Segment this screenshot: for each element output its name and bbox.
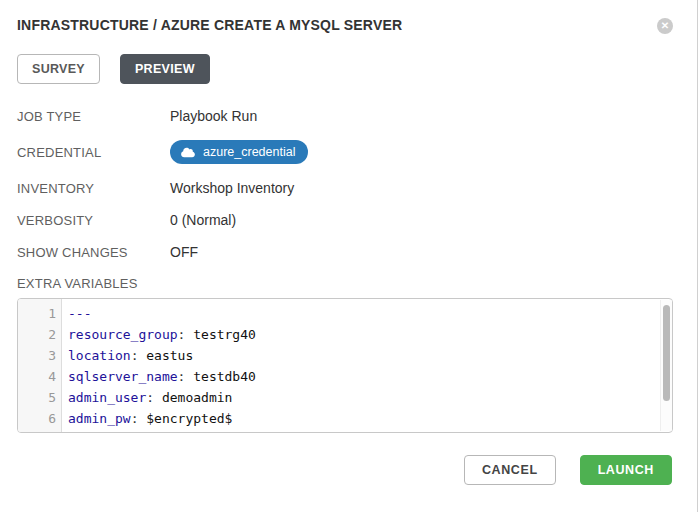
line-number: 4	[18, 366, 56, 387]
code-line: admin_pw: $encrypted$	[68, 408, 672, 429]
extra-variables-editor[interactable]: 1234567 ---resource_group: testrg40locat…	[17, 298, 673, 433]
tab-bar: SURVEYPREVIEW	[17, 54, 697, 84]
field-label-show-changes: SHOW CHANGES	[17, 245, 170, 260]
field-row-job-type: JOB TYPEPlaybook Run	[17, 108, 697, 124]
fields: JOB TYPEPlaybook RunCREDENTIALazure_cred…	[17, 108, 697, 260]
code-line: resource_group: testrg40	[68, 324, 672, 345]
field-value-show-changes: OFF	[170, 244, 198, 260]
code-line: sqlserver_name: testdb40	[68, 366, 672, 387]
line-number: 5	[18, 387, 56, 408]
cloud-icon	[181, 147, 195, 158]
extra-variables-label: EXTRA VARIABLES	[17, 276, 697, 291]
credential-badge[interactable]: azure_credential	[170, 140, 308, 164]
field-value-verbosity: 0 (Normal)	[170, 212, 236, 228]
launch-button[interactable]: LAUNCH	[580, 455, 672, 485]
field-value-inventory: Workshop Inventory	[170, 180, 294, 196]
code-line: admin_user: demoadmin	[68, 387, 672, 408]
editor-scrollbar-track[interactable]	[660, 300, 672, 431]
line-number: 7	[18, 429, 56, 433]
line-number: 2	[18, 324, 56, 345]
close-icon[interactable]: ✕	[657, 18, 673, 34]
modal-header: INFRASTRUCTURE / AZURE CREATE A MYSQL SE…	[17, 17, 697, 33]
tab-preview[interactable]: PREVIEW	[120, 54, 210, 84]
editor-line-number-gutter: 1234567	[18, 299, 62, 432]
tab-survey[interactable]: SURVEY	[17, 54, 100, 84]
field-row-show-changes: SHOW CHANGESOFF	[17, 244, 697, 260]
credential-badge-label: azure_credential	[203, 145, 295, 159]
line-number: 1	[18, 303, 56, 324]
field-row-inventory: INVENTORYWorkshop Inventory	[17, 180, 697, 196]
code-line	[68, 429, 672, 432]
page-title: INFRASTRUCTURE / AZURE CREATE A MYSQL SE…	[17, 17, 697, 33]
cancel-button[interactable]: CANCEL	[464, 455, 556, 485]
field-row-verbosity: VERBOSITY0 (Normal)	[17, 212, 697, 228]
line-number: 6	[18, 408, 56, 429]
field-row-credential: CREDENTIALazure_credential	[17, 140, 697, 164]
field-label-verbosity: VERBOSITY	[17, 213, 170, 228]
field-label-job-type: JOB TYPE	[17, 109, 170, 124]
action-buttons: CANCEL LAUNCH	[0, 455, 672, 485]
field-label-credential: CREDENTIAL	[17, 145, 170, 160]
code-line: location: eastus	[68, 345, 672, 366]
editor-code-area[interactable]: ---resource_group: testrg40location: eas…	[62, 299, 672, 432]
field-value-job-type: Playbook Run	[170, 108, 257, 124]
code-line: ---	[68, 303, 672, 324]
line-number: 3	[18, 345, 56, 366]
job-launch-preview-modal: INFRASTRUCTURE / AZURE CREATE A MYSQL SE…	[0, 0, 698, 512]
field-label-inventory: INVENTORY	[17, 181, 170, 196]
editor-scrollbar-thumb[interactable]	[663, 305, 670, 401]
